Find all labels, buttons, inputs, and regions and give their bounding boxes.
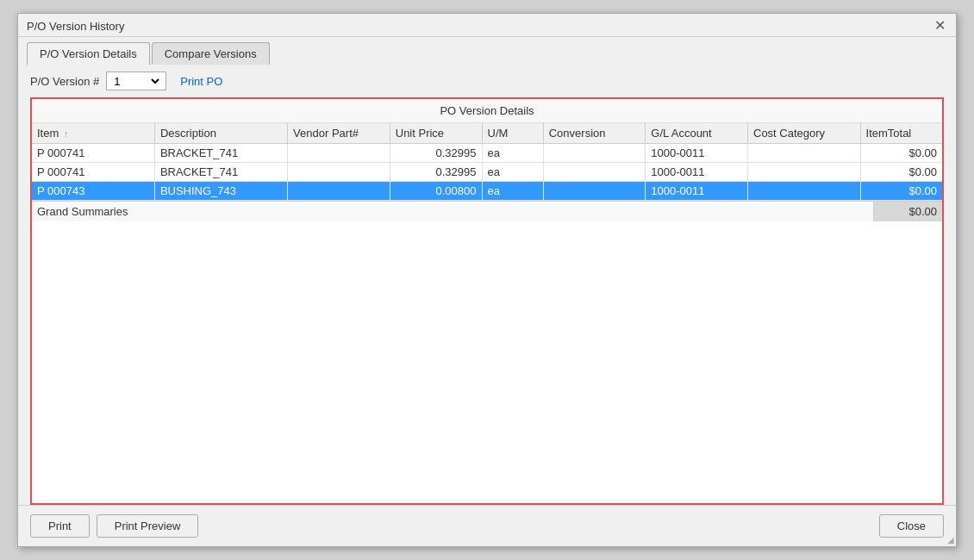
col-header-item[interactable]: Item ↑ xyxy=(32,123,154,144)
table-row[interactable]: P 000741BRACKET_7410.32995ea1000-0011$0.… xyxy=(32,163,942,182)
resize-handle[interactable]: ◢ xyxy=(947,535,954,544)
close-dialog-button[interactable]: ✕ xyxy=(933,19,947,33)
table-row[interactable]: P 000743BUSHING_7430.00800ea1000-0011$0.… xyxy=(32,182,942,201)
close-button[interactable]: Close xyxy=(879,514,944,538)
col-header-um[interactable]: U/M xyxy=(482,123,543,144)
col-header-description[interactable]: Description xyxy=(154,123,287,144)
table-header-row: Item ↑ Description Vendor Part# Unit Pri… xyxy=(32,123,942,144)
table-row[interactable]: P 000741BRACKET_7410.32995ea1000-0011$0.… xyxy=(32,144,942,163)
col-header-cost-category[interactable]: Cost Category xyxy=(748,123,861,144)
version-label: P/O Version # xyxy=(30,75,99,88)
print-button[interactable]: Print xyxy=(30,514,90,538)
sort-icon-item: ↑ xyxy=(64,129,68,139)
print-po-link[interactable]: Print PO xyxy=(180,75,222,88)
table-container: PO Version Details Item ↑ Description Ve… xyxy=(30,97,944,505)
tabs-bar: P/O Version Details Compare Versions xyxy=(18,37,956,65)
version-select-input[interactable]: 1 xyxy=(110,74,162,89)
version-select-wrapper[interactable]: 1 xyxy=(106,72,166,90)
table-body: P 000741BRACKET_7410.32995ea1000-0011$0.… xyxy=(32,144,942,201)
dialog: P/O Version History ✕ P/O Version Detail… xyxy=(17,13,957,547)
tab-compare-versions[interactable]: Compare Versions xyxy=(152,42,270,65)
footer: Print Print Preview Close xyxy=(18,505,956,546)
dialog-title: P/O Version History xyxy=(27,20,124,33)
title-bar: P/O Version History ✕ xyxy=(18,14,956,37)
footer-left-buttons: Print Print Preview xyxy=(30,514,198,538)
col-header-gl-account[interactable]: G/L Account xyxy=(646,123,748,144)
print-preview-button[interactable]: Print Preview xyxy=(97,514,199,538)
col-header-conversion[interactable]: Conversion xyxy=(543,123,646,144)
grand-summaries-label: Grand Summaries xyxy=(32,202,873,221)
col-header-unit-price[interactable]: Unit Price xyxy=(390,123,482,144)
col-header-vendor-part[interactable]: Vendor Part# xyxy=(288,123,390,144)
table-title: PO Version Details xyxy=(32,99,942,123)
grand-summaries-bar: Grand Summaries $0.00 xyxy=(32,201,942,221)
col-header-item-total[interactable]: ItemTotal xyxy=(860,123,942,144)
data-table: Item ↑ Description Vendor Part# Unit Pri… xyxy=(32,123,942,201)
grand-total-value: $0.00 xyxy=(873,202,942,221)
tab-po-version-details[interactable]: P/O Version Details xyxy=(27,42,150,65)
toolbar: P/O Version # 1 Print PO xyxy=(18,65,956,97)
